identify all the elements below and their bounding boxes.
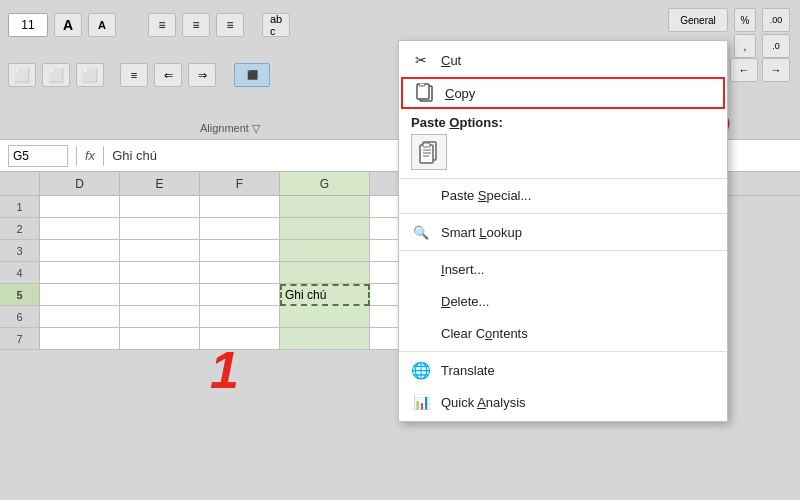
paste-special-label: Paste Special... (441, 188, 715, 203)
menu-separator-2 (399, 250, 727, 251)
cell-E6[interactable] (120, 306, 200, 328)
delete-label: Delete... (441, 294, 715, 309)
align-bot-btn[interactable]: ⬜ (76, 63, 104, 87)
paste-options-section: Paste Options: (399, 110, 727, 179)
clear-icon (411, 323, 431, 343)
menu-item-cut[interactable]: ✂ Cut (399, 44, 727, 76)
cell-G6[interactable] (280, 306, 370, 328)
row-num-1: 1 (0, 196, 40, 218)
num-format-btn[interactable]: General (668, 8, 728, 32)
col-header-E[interactable]: E (120, 172, 200, 196)
font-shrink-btn[interactable]: A (88, 13, 116, 37)
cut-icon: ✂ (411, 50, 431, 70)
cell-G2[interactable] (280, 218, 370, 240)
align-center-btn[interactable]: ≡ (182, 13, 210, 37)
smart-lookup-label: Smart Lookup (441, 225, 715, 240)
cut-label: Cut (441, 53, 715, 68)
menu-separator-3 (399, 351, 727, 352)
svg-rect-4 (420, 145, 433, 163)
cell-E5[interactable] (120, 284, 200, 306)
cell-F2[interactable] (200, 218, 280, 240)
paste-icon-1[interactable] (411, 134, 447, 170)
format-btn1[interactable]: abc (262, 13, 290, 37)
paste-special-icon (411, 185, 431, 205)
cell-E3[interactable] (120, 240, 200, 262)
alignment-section-label: Alignment ▽ (200, 122, 260, 135)
decimal-dn-btn[interactable]: .0 (762, 34, 790, 58)
cell-D4[interactable] (40, 262, 120, 284)
cell-G3[interactable] (280, 240, 370, 262)
quick-analysis-label: Quick Analysis (441, 395, 715, 410)
cell-F6[interactable] (200, 306, 280, 328)
menu-item-paste-special[interactable]: Paste Special... (399, 179, 727, 211)
row-num-5: 5 (0, 284, 40, 306)
annotation-one: 1 (210, 340, 239, 400)
indent-left-btn[interactable]: ⇐ (154, 63, 182, 87)
cell-G1[interactable] (280, 196, 370, 218)
copy-label: Copy (445, 86, 711, 101)
cell-G5-value: Ghi chú (285, 288, 326, 302)
row-num-3: 3 (0, 240, 40, 262)
cell-E4[interactable] (120, 262, 200, 284)
percent-btn[interactable]: % (734, 8, 756, 32)
cell-F4[interactable] (200, 262, 280, 284)
paste-options-label: Paste Options: (411, 115, 715, 130)
paste-icons-row (411, 134, 715, 170)
cell-D6[interactable] (40, 306, 120, 328)
align-mid-btn[interactable]: ⬜ (42, 63, 70, 87)
cell-D5[interactable] (40, 284, 120, 306)
menu-item-quick-analysis[interactable]: 📊 Quick Analysis (399, 386, 727, 418)
cell-G4[interactable] (280, 262, 370, 284)
quick-analysis-icon: 📊 (411, 392, 431, 412)
align-top-btn[interactable]: ⬜ (8, 63, 36, 87)
font-grow-btn[interactable]: A (54, 13, 82, 37)
formula-divider (76, 146, 77, 166)
delete-icon (411, 291, 431, 311)
menu-separator-1 (399, 213, 727, 214)
row-num-2: 2 (0, 218, 40, 240)
justify-btn[interactable]: ≡ (120, 63, 148, 87)
cell-ref-value: G5 (13, 149, 29, 163)
cell-E7[interactable] (120, 328, 200, 350)
col-header-D[interactable]: D (40, 172, 120, 196)
align-left-btn[interactable]: ≡ (148, 13, 176, 37)
col-header-F[interactable]: F (200, 172, 280, 196)
cell-D2[interactable] (40, 218, 120, 240)
fx-label: fx (85, 148, 95, 163)
formula-content: Ghi chú (112, 148, 157, 163)
merge-btn[interactable]: ⬛ (234, 63, 270, 87)
arrow-right-btn[interactable]: → (762, 58, 790, 82)
indent-right-btn[interactable]: ⇒ (188, 63, 216, 87)
translate-label: Translate (441, 363, 715, 378)
decimal-up-btn[interactable]: .00 (762, 8, 790, 32)
col-header-G[interactable]: G (280, 172, 370, 196)
cell-G5-active[interactable]: Ghi chú (280, 284, 370, 306)
corner-cell (0, 172, 40, 196)
formula-divider2 (103, 146, 104, 166)
cell-D3[interactable] (40, 240, 120, 262)
arrow-left-btn[interactable]: ← (730, 58, 758, 82)
menu-item-insert[interactable]: Insert... (399, 253, 727, 285)
indent-arrows: ← → (730, 58, 790, 82)
menu-item-translate[interactable]: 🌐 Translate (399, 354, 727, 386)
comma-btn[interactable]: , (734, 34, 756, 58)
align-right-btn[interactable]: ≡ (216, 13, 244, 37)
cell-D7[interactable] (40, 328, 120, 350)
translate-icon: 🌐 (411, 360, 431, 380)
cell-E1[interactable] (120, 196, 200, 218)
copy-icon (415, 83, 435, 103)
cell-F1[interactable] (200, 196, 280, 218)
insert-label: Insert... (441, 262, 715, 277)
menu-item-copy[interactable]: Copy (401, 77, 725, 109)
menu-item-clear-contents[interactable]: Clear Contents (399, 317, 727, 349)
cell-reference-box[interactable]: G5 (8, 145, 68, 167)
cell-G7[interactable] (280, 328, 370, 350)
cell-F3[interactable] (200, 240, 280, 262)
cell-D1[interactable] (40, 196, 120, 218)
menu-item-smart-lookup[interactable]: 🔍 Smart Lookup (399, 216, 727, 248)
row-num-7: 7 (0, 328, 40, 350)
cell-F5[interactable] (200, 284, 280, 306)
cell-E2[interactable] (120, 218, 200, 240)
font-size-box[interactable]: 11 (8, 13, 48, 37)
menu-item-delete[interactable]: Delete... (399, 285, 727, 317)
